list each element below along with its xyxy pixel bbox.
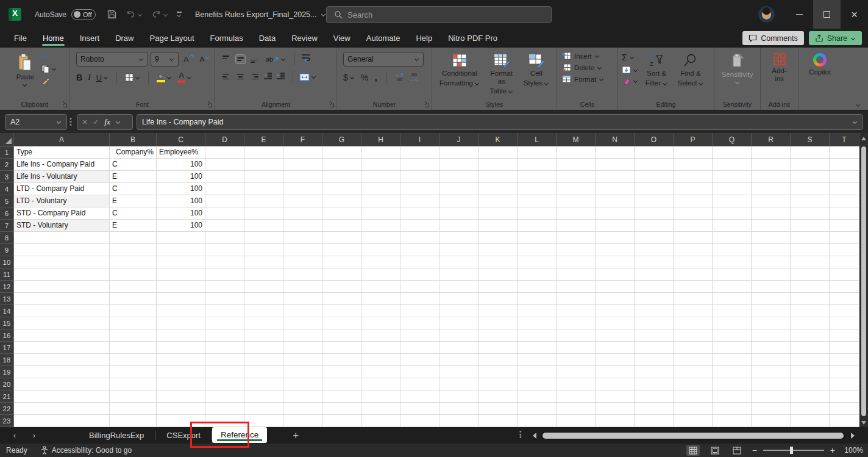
tab-nitro-pdf-pro[interactable]: Nitro PDF Pro: [440, 29, 505, 48]
cell-D9[interactable]: [205, 244, 244, 256]
row-header-7[interactable]: 7: [0, 220, 13, 232]
cell-Q3[interactable]: [713, 171, 752, 183]
cell-M23[interactable]: [557, 415, 596, 427]
column-header-N[interactable]: N: [596, 133, 635, 146]
cell-A1[interactable]: Type: [14, 146, 110, 159]
cell-C6[interactable]: 100: [157, 207, 205, 220]
row-header-2[interactable]: 2: [0, 159, 13, 171]
cell-G12[interactable]: [322, 281, 361, 293]
cell-E8[interactable]: [244, 232, 283, 244]
cell-O11[interactable]: [635, 268, 674, 281]
tab-home[interactable]: Home: [35, 29, 72, 48]
cell-S14[interactable]: [791, 305, 830, 317]
cell-J17[interactable]: [439, 342, 478, 354]
cell-R2[interactable]: [752, 159, 791, 171]
row-header-18[interactable]: 18: [0, 354, 13, 366]
cell-S10[interactable]: [791, 256, 830, 268]
cell-F15[interactable]: [283, 317, 322, 329]
cell-H6[interactable]: [361, 207, 400, 220]
row-header-8[interactable]: 8: [0, 232, 13, 244]
cell-N11[interactable]: [596, 268, 635, 281]
new-sheet-button[interactable]: +: [293, 430, 299, 442]
cell-T2[interactable]: [830, 159, 859, 171]
cell-K21[interactable]: [478, 390, 518, 403]
redo-button[interactable]: [151, 10, 168, 19]
cell-D6[interactable]: [205, 207, 244, 220]
cell-F6[interactable]: [283, 207, 322, 220]
cell-M21[interactable]: [557, 390, 596, 403]
cell-D4[interactable]: [205, 183, 244, 195]
cell-H11[interactable]: [361, 268, 400, 281]
cell-I9[interactable]: [400, 244, 439, 256]
cell-T7[interactable]: [830, 220, 859, 232]
cell-Q4[interactable]: [713, 183, 752, 195]
cell-J14[interactable]: [439, 305, 478, 317]
cell-Q7[interactable]: [713, 220, 752, 232]
cell-P23[interactable]: [674, 415, 713, 427]
column-header-F[interactable]: F: [283, 133, 322, 146]
cell-M19[interactable]: [557, 366, 596, 378]
cell-F16[interactable]: [283, 329, 322, 342]
cell-F11[interactable]: [283, 268, 322, 281]
cell-L3[interactable]: [518, 171, 557, 183]
cell-Q10[interactable]: [713, 256, 752, 268]
cell-N5[interactable]: [596, 195, 635, 207]
cell-E4[interactable]: [244, 183, 283, 195]
column-header-Q[interactable]: Q: [713, 133, 752, 146]
autosave-toggle[interactable]: AutoSave Off: [35, 9, 96, 20]
cell-G6[interactable]: [322, 207, 361, 220]
cell-O15[interactable]: [635, 317, 674, 329]
merge-center-button[interactable]: [299, 73, 316, 81]
cell-D12[interactable]: [205, 281, 244, 293]
undo-dropdown-icon[interactable]: [138, 13, 143, 16]
redo-dropdown-icon[interactable]: [163, 13, 168, 16]
cell-L23[interactable]: [518, 415, 557, 427]
cell-P20[interactable]: [674, 378, 713, 390]
cell-L5[interactable]: [518, 195, 557, 207]
format-cells-button[interactable]: Format: [562, 75, 604, 83]
align-right-button[interactable]: [249, 72, 260, 82]
cell-R16[interactable]: [752, 329, 791, 342]
cell-H12[interactable]: [361, 281, 400, 293]
cell-A20[interactable]: [14, 378, 110, 390]
cell-I2[interactable]: [400, 159, 439, 171]
cell-T3[interactable]: [830, 171, 859, 183]
shrink-font-button[interactable]: A: [200, 56, 209, 63]
cell-D17[interactable]: [205, 342, 244, 354]
cell-J5[interactable]: [439, 195, 478, 207]
cell-O5[interactable]: [635, 195, 674, 207]
cell-C20[interactable]: [157, 378, 205, 390]
cell-M18[interactable]: [557, 354, 596, 366]
cell-N3[interactable]: [596, 171, 635, 183]
fill-button[interactable]: [622, 66, 638, 74]
cell-L13[interactable]: [518, 293, 557, 305]
cell-K20[interactable]: [478, 378, 518, 390]
cell-C18[interactable]: [157, 354, 205, 366]
cell-K8[interactable]: [478, 232, 518, 244]
cell-Q15[interactable]: [713, 317, 752, 329]
cut-button[interactable]: ✂: [41, 53, 57, 62]
format-as-table-button[interactable]: Format as Table: [486, 52, 518, 97]
column-header-D[interactable]: D: [205, 133, 244, 146]
cell-G19[interactable]: [322, 366, 361, 378]
cell-O19[interactable]: [635, 366, 674, 378]
cell-L11[interactable]: [518, 268, 557, 281]
cell-I1[interactable]: [400, 146, 439, 159]
zoom-out-button[interactable]: −: [752, 445, 757, 455]
tab-insert[interactable]: Insert: [72, 29, 108, 48]
cell-K3[interactable]: [478, 171, 518, 183]
cell-K2[interactable]: [478, 159, 518, 171]
cell-R4[interactable]: [752, 183, 791, 195]
cell-F10[interactable]: [283, 256, 322, 268]
cell-T10[interactable]: [830, 256, 859, 268]
cell-B4[interactable]: C: [110, 183, 157, 195]
cell-I19[interactable]: [400, 366, 439, 378]
cell-G2[interactable]: [322, 159, 361, 171]
cell-Q5[interactable]: [713, 195, 752, 207]
cell-N7[interactable]: [596, 220, 635, 232]
row-header-5[interactable]: 5: [0, 195, 13, 207]
cell-C21[interactable]: [157, 390, 205, 403]
row-header-3[interactable]: 3: [0, 171, 13, 183]
cell-B8[interactable]: [110, 232, 157, 244]
cell-S19[interactable]: [791, 366, 830, 378]
